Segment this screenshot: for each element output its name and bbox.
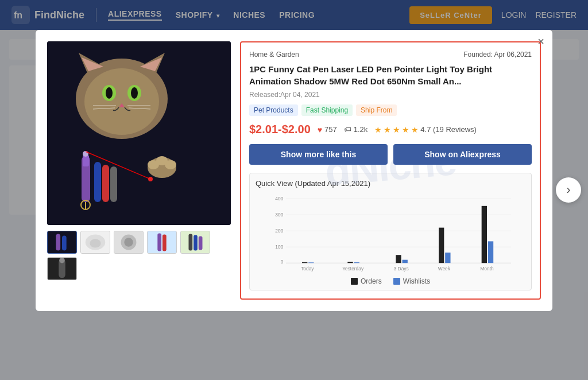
svg-rect-32 [110, 166, 117, 202]
star-rating: ★ ★ ★ ★ ★ 4.7 (19 Reviews) [374, 125, 477, 134]
svg-text:Month: Month [480, 266, 494, 272]
bar-yesterday-wishlists [354, 262, 359, 263]
thumbnail-3[interactable] [114, 231, 144, 254]
svg-point-38 [90, 239, 100, 247]
chevron-right-icon: › [566, 183, 570, 197]
svg-text:300: 300 [275, 212, 283, 218]
star-3: ★ [393, 125, 400, 134]
bar-today-wishlists [308, 262, 314, 263]
svg-rect-48 [199, 236, 203, 250]
tag-ship-from[interactable]: Ship From [356, 104, 397, 116]
rating-value: 4.7 (19 Reviews) [420, 125, 477, 134]
thumbnail-1[interactable] [47, 231, 77, 254]
legend-orders: Orders [351, 277, 382, 285]
chart-svg: 400 300 200 100 0 Today [256, 192, 525, 273]
svg-rect-23 [83, 155, 89, 166]
chart-legend: Orders Wishlists [256, 277, 525, 285]
action-buttons: Show more like this Show on Aliexpress [249, 144, 532, 165]
tag-fast-shipping[interactable]: Fast Shipping [301, 104, 353, 116]
svg-rect-43 [157, 234, 161, 251]
svg-text:Yesterday: Yesterday [342, 266, 364, 272]
thumbnail-4[interactable] [147, 231, 177, 254]
svg-text:400: 400 [275, 196, 283, 201]
release-date: Released:Apr 04, 2021 [249, 91, 532, 99]
bar-week-wishlists [445, 253, 450, 263]
legend-orders-color [351, 278, 358, 285]
product-tags: Pet Products Fast Shipping Ship From [249, 104, 532, 116]
price-row: $2.01-$2.00 ♥ 757 🏷 1.2k ★ ★ ★ ★ ★ 4.7 (… [249, 123, 532, 136]
show-aliexpress-button[interactable]: Show on Aliexpress [393, 144, 532, 165]
detail-header: Home & Garden Founded: Apr 06,2021 [249, 51, 532, 59]
legend-wishlists: Wishlists [393, 277, 430, 285]
bar-3days-wishlists [403, 260, 408, 263]
heart-count: ♥ 757 [318, 125, 337, 134]
product-price: $2.01-$2.00 [249, 123, 311, 136]
svg-text:3 Days: 3 Days [394, 266, 409, 272]
chart-area: 400 300 200 100 0 Today [256, 192, 525, 284]
svg-point-21 [156, 156, 168, 165]
svg-text:Today: Today [301, 266, 314, 272]
svg-point-12 [131, 87, 138, 99]
heart-icon: ♥ [318, 125, 322, 134]
svg-rect-30 [94, 162, 101, 202]
founded-date: Founded: Apr 06,2021 [463, 51, 532, 59]
svg-point-27 [148, 177, 153, 181]
quick-view-title: Quick View (Updated Apr 15,2021) [256, 179, 525, 188]
svg-rect-31 [102, 165, 109, 202]
bar-month-wishlists [488, 241, 493, 263]
show-more-button[interactable]: Show more like this [249, 144, 388, 165]
quick-view-panel: Quick View (Updated Apr 15,2021) 400 300… [249, 173, 532, 290]
star-5: ★ [411, 125, 419, 134]
svg-rect-34 [56, 234, 60, 251]
bar-yesterday-orders [347, 262, 353, 263]
svg-rect-42 [148, 231, 176, 253]
legend-wishlists-color [393, 278, 400, 285]
svg-point-8 [84, 68, 159, 135]
svg-rect-47 [194, 235, 198, 251]
svg-rect-35 [62, 235, 67, 250]
bar-month-orders [482, 206, 487, 263]
star-1: ★ [374, 125, 382, 134]
svg-rect-46 [188, 234, 192, 251]
product-detail-panel: dNiche Home & Garden Founded: Apr 06,202… [240, 41, 541, 300]
bar-today-orders [302, 262, 307, 263]
star-4: ★ [402, 125, 409, 134]
next-product-arrow[interactable]: › [556, 177, 581, 203]
tag-pet-products[interactable]: Pet Products [249, 104, 298, 116]
tag-icon: 🏷 [344, 125, 351, 134]
svg-rect-44 [163, 235, 167, 251]
main-product-image [47, 41, 231, 225]
star-2: ★ [384, 125, 391, 134]
bar-week-orders [439, 228, 444, 263]
svg-point-41 [124, 238, 133, 246]
thumbnail-list [47, 231, 231, 280]
thumbnail-5[interactable] [180, 231, 210, 254]
product-modal: × [36, 30, 552, 311]
svg-text:Week: Week [438, 266, 451, 272]
svg-point-51 [59, 258, 65, 263]
image-section [47, 41, 231, 300]
thumbnail-2[interactable] [80, 231, 110, 254]
svg-text:200: 200 [275, 228, 283, 234]
svg-text:100: 100 [275, 244, 283, 250]
svg-text:0: 0 [281, 259, 284, 265]
product-category: Home & Garden [249, 51, 299, 59]
tag-count: 🏷 1.2k [344, 125, 368, 134]
product-title: 1PC Funny Cat Pen Laser LED Pen Pointer … [249, 63, 532, 87]
thumbnail-6[interactable] [47, 257, 77, 280]
bar-3days-orders [396, 255, 401, 263]
svg-point-11 [106, 87, 113, 99]
